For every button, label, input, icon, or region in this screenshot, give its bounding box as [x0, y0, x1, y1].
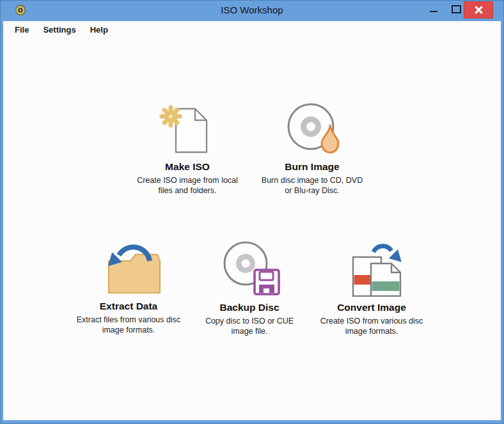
description-line: image formats. — [320, 327, 423, 337]
close-icon — [475, 6, 483, 14]
action-title: Backup Disc — [219, 302, 279, 313]
extract-folder-arrow-icon — [93, 238, 164, 295]
action-description: Create ISO from various disc image forma… — [320, 317, 423, 336]
description-line: image formats. — [77, 326, 181, 336]
close-button[interactable] — [464, 1, 493, 19]
minimize-icon — [430, 11, 437, 12]
description-line: Create ISO image from local — [137, 176, 238, 186]
description-line: Create ISO from various disc — [320, 317, 423, 327]
menu-help[interactable]: Help — [83, 22, 115, 37]
description-line: Extract files from various disc — [77, 315, 181, 326]
action-title: Burn Image — [285, 161, 339, 173]
maximize-button[interactable] — [446, 0, 466, 19]
minimize-button[interactable] — [424, 0, 443, 19]
main-content: Make ISO Create ISO image from local fil… — [3, 38, 501, 420]
action-title: Convert Image — [337, 302, 406, 313]
burn-disc-flame-icon — [281, 100, 343, 156]
menu-settings[interactable]: Settings — [36, 22, 83, 37]
make-iso-document-gear-icon — [157, 100, 218, 156]
iso-workshop-window: ISO Workshop File Settings Help — [0, 0, 504, 424]
action-title: Make ISO — [165, 161, 210, 173]
maximize-icon — [452, 5, 461, 13]
menu-file[interactable]: File — [8, 22, 36, 37]
description-line: image file. — [205, 327, 294, 337]
action-convert-image[interactable]: Convert Image Create ISO from various di… — [295, 238, 448, 336]
backup-disc-floppy-icon — [216, 238, 283, 297]
convert-documents-arrow-icon — [336, 238, 407, 297]
menubar: File Settings Help — [3, 21, 501, 38]
description-line: Copy disc to ISO or CUE — [205, 317, 294, 327]
action-description: Burn disc image to CD, DVD or Blu-ray Di… — [262, 176, 363, 196]
action-description: Extract files from various disc image fo… — [77, 315, 181, 335]
description-line: or Blu-ray Disc. — [262, 186, 363, 196]
action-burn-image[interactable]: Burn Image Burn disc image to CD, DVD or… — [235, 100, 389, 196]
action-description: Copy disc to ISO or CUE image file. — [205, 317, 294, 336]
action-description: Create ISO image from local files and fo… — [137, 176, 238, 196]
description-line: files and folders. — [137, 186, 238, 196]
titlebar: ISO Workshop — [0, 0, 504, 21]
action-title: Extract Data — [100, 301, 157, 312]
description-line: Burn disc image to CD, DVD — [262, 176, 363, 186]
